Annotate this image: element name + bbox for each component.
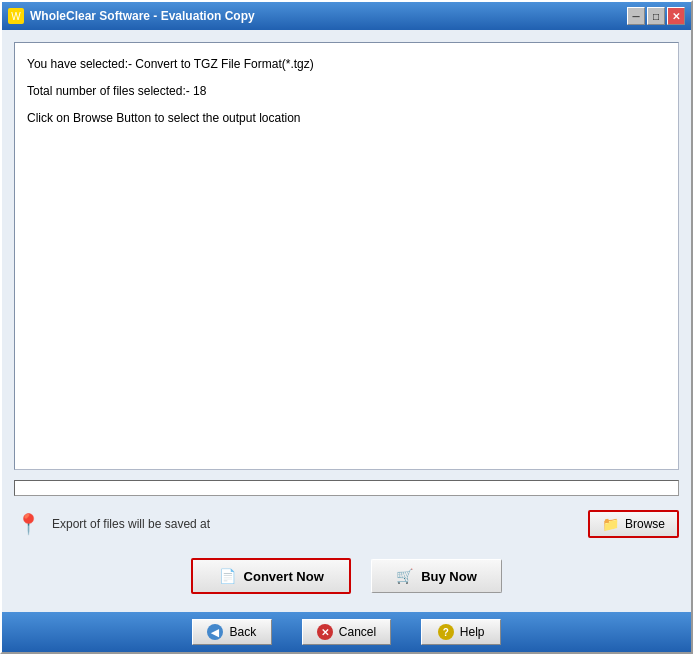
info-line-1: You have selected:- Convert to TGZ File … xyxy=(27,55,666,74)
buy-button-label: Buy Now xyxy=(421,569,477,584)
title-bar: W WholeClear Software - Evaluation Copy … xyxy=(2,2,691,30)
main-content: You have selected:- Convert to TGZ File … xyxy=(2,30,691,612)
browse-button-label: Browse xyxy=(625,517,665,531)
cancel-icon: ✕ xyxy=(317,624,333,640)
back-icon: ◀ xyxy=(207,624,223,640)
maximize-button[interactable]: □ xyxy=(647,7,665,25)
convert-now-button[interactable]: 📄 Convert Now xyxy=(191,558,351,594)
info-line-2: Total number of files selected:- 18 xyxy=(27,82,666,101)
progress-section xyxy=(14,480,679,496)
help-label: Help xyxy=(460,625,485,639)
browse-row: 📍 Export of files will be saved at 📁 Bro… xyxy=(14,506,679,542)
app-icon: W xyxy=(8,8,24,24)
info-box: You have selected:- Convert to TGZ File … xyxy=(14,42,679,470)
minimize-button[interactable]: ─ xyxy=(627,7,645,25)
help-icon: ? xyxy=(438,624,454,640)
progress-bar xyxy=(14,480,679,496)
convert-icon: 📄 xyxy=(219,568,236,584)
browse-button[interactable]: 📁 Browse xyxy=(588,510,679,538)
info-line-3: Click on Browse Button to select the out… xyxy=(27,109,666,128)
cancel-label: Cancel xyxy=(339,625,376,639)
folder-icon: 📁 xyxy=(602,516,619,532)
convert-button-label: Convert Now xyxy=(244,569,324,584)
window-title: WholeClear Software - Evaluation Copy xyxy=(30,9,255,23)
bottom-bar: ◀ Back ✕ Cancel ? Help xyxy=(2,612,691,652)
help-button[interactable]: ? Help xyxy=(421,619,501,645)
cancel-button[interactable]: ✕ Cancel xyxy=(302,619,391,645)
pin-icon: 📍 xyxy=(16,512,41,536)
main-window: W WholeClear Software - Evaluation Copy … xyxy=(0,0,693,654)
location-icon: 📍 xyxy=(14,510,42,538)
back-button[interactable]: ◀ Back xyxy=(192,619,272,645)
close-button[interactable]: ✕ xyxy=(667,7,685,25)
cart-icon: 🛒 xyxy=(396,568,413,584)
title-bar-left: W WholeClear Software - Evaluation Copy xyxy=(8,8,255,24)
action-row: 📄 Convert Now 🛒 Buy Now xyxy=(14,552,679,600)
browse-label: Export of files will be saved at xyxy=(52,517,578,531)
back-label: Back xyxy=(229,625,256,639)
title-buttons: ─ □ ✕ xyxy=(627,7,685,25)
buy-now-button[interactable]: 🛒 Buy Now xyxy=(371,559,502,593)
